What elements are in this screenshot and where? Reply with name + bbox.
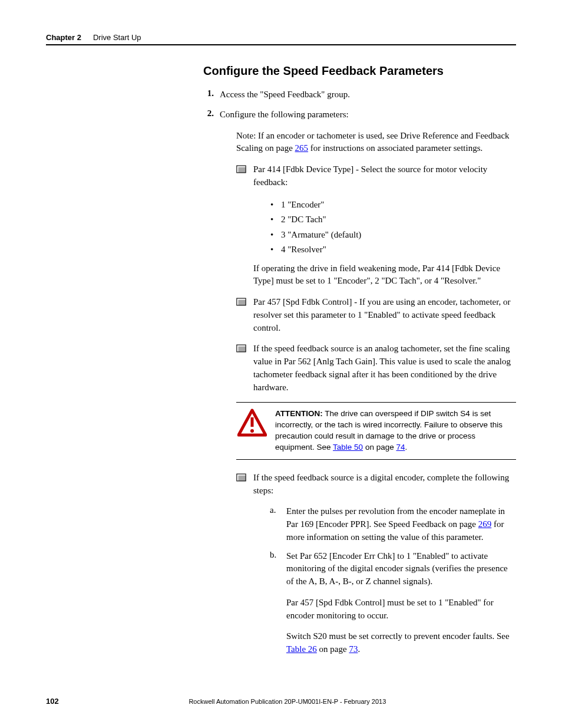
checkbox-icon — [236, 473, 246, 482]
substep-b-para2: Switch S20 must be set correctly to prev… — [286, 630, 516, 656]
substep-letter: b. — [270, 550, 286, 588]
step-text: Access the "Speed Feedback" group. — [220, 88, 516, 101]
substep-b: b. Set Par 652 [Encoder Err Chk] to 1 "E… — [270, 550, 516, 588]
attention-end: . — [405, 443, 407, 452]
checklist-item-1: Par 414 [Fdbk Device Type] - Select the … — [236, 163, 516, 189]
step-number: 2. — [203, 108, 220, 121]
svg-point-8 — [250, 429, 254, 433]
note-suffix: for instructions on associated parameter… — [308, 143, 482, 153]
page-link-265[interactable]: 265 — [295, 143, 309, 153]
attention-box: ATTENTION: The drive can overspeed if DI… — [236, 402, 516, 460]
table-link-50[interactable]: Table 50 — [333, 443, 363, 452]
section-heading: Configure the Speed Feedback Parameters — [203, 64, 516, 78]
step-2: 2. Configure the following parameters: — [203, 108, 516, 121]
substep-text: Set Par 652 [Encoder Err Chk] to 1 "Enab… — [286, 550, 516, 588]
note-paragraph: Note: If an encoder or tachometer is use… — [236, 130, 516, 156]
checklist-item-2: Par 457 [Spd Fdbk Control] - If you are … — [236, 296, 516, 334]
p2-mid: on page — [317, 644, 349, 654]
checklist-text: If the speed feedback source is a digita… — [253, 472, 516, 498]
chapter-title: Drive Start Up — [93, 33, 141, 42]
page-link-269[interactable]: 269 — [478, 519, 492, 529]
bullet-text: 3 "Armature" (default) — [281, 228, 361, 243]
check1-sub-paragraph: If operating the drive in field weakenin… — [253, 262, 516, 288]
checkbox-icon — [236, 165, 246, 173]
step-number: 1. — [203, 88, 220, 101]
checklist-text: Par 414 [Fdbk Device Type] - Select the … — [253, 163, 516, 189]
substep-a: a. Enter the pulses per revolution from … — [270, 505, 516, 543]
table-link-26[interactable]: Table 26 — [286, 644, 317, 654]
checkbox-icon — [236, 298, 246, 306]
substep-text: Enter the pulses per revolution from the… — [286, 505, 516, 543]
p2-end: . — [358, 644, 360, 654]
bullet-item: •4 "Resolver" — [270, 242, 516, 258]
page-link-74[interactable]: 74 — [396, 443, 405, 452]
chapter-label: Chapter 2 — [46, 33, 81, 42]
page-header: Chapter 2 Drive Start Up — [46, 33, 516, 45]
bullet-item: •2 "DC Tach" — [270, 212, 516, 228]
checklist-text: If the speed feedback source is an analo… — [253, 342, 516, 394]
substep-letter: a. — [270, 505, 286, 543]
bullet-list: •1 "Encoder" •2 "DC Tach" •3 "Armature" … — [270, 197, 516, 258]
svg-rect-3 — [238, 300, 246, 305]
svg-rect-5 — [238, 347, 246, 352]
p2-prefix: Switch S20 must be set correctly to prev… — [286, 631, 510, 641]
step-1: 1. Access the "Speed Feedback" group. — [203, 88, 516, 101]
attention-text: ATTENTION: The drive can overspeed if DI… — [275, 409, 516, 453]
page-footer: 102 Rockwell Automation Publication 20P-… — [46, 697, 516, 706]
svg-rect-10 — [238, 475, 246, 480]
attention-label: ATTENTION: — [275, 409, 323, 418]
substep-b-para1: Par 457 [Spd Fdbk Control] must be set t… — [286, 597, 516, 622]
step-text: Configure the following parameters: — [220, 108, 516, 121]
bullet-text: 1 "Encoder" — [281, 197, 324, 213]
bullet-item: •3 "Armature" (default) — [270, 228, 516, 243]
checklist-text: Par 457 [Spd Fdbk Control] - If you are … — [253, 296, 516, 334]
svg-rect-7 — [251, 417, 254, 427]
svg-rect-1 — [238, 167, 246, 173]
bullet-item: •1 "Encoder" — [270, 197, 516, 213]
page-number: 102 — [46, 697, 59, 706]
footer-publication: Rockwell Automation Publication 20P-UM00… — [59, 698, 516, 705]
checklist-item-4: If the speed feedback source is a digita… — [236, 472, 516, 498]
main-content: Configure the Speed Feedback Parameters … — [203, 64, 516, 664]
checkbox-icon — [236, 344, 246, 353]
page-link-73[interactable]: 73 — [349, 644, 358, 654]
attention-mid: on page — [363, 443, 396, 452]
bullet-text: 2 "DC Tach" — [281, 212, 326, 228]
substep-a-prefix: Enter the pulses per revolution from the… — [286, 506, 505, 529]
bullet-text: 4 "Resolver" — [281, 242, 326, 258]
warning-triangle-icon — [237, 409, 267, 438]
checklist-item-3: If the speed feedback source is an analo… — [236, 342, 516, 394]
